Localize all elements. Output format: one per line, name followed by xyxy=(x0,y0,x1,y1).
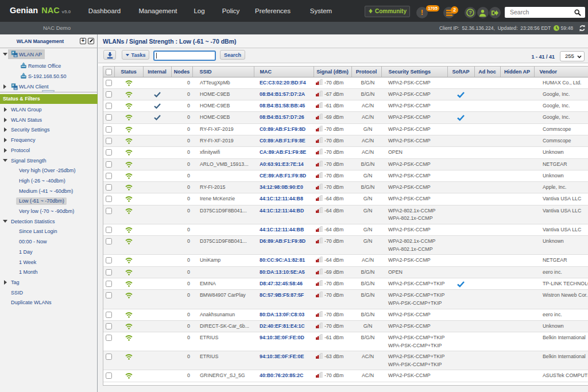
svg-text:?: ? xyxy=(469,10,471,15)
